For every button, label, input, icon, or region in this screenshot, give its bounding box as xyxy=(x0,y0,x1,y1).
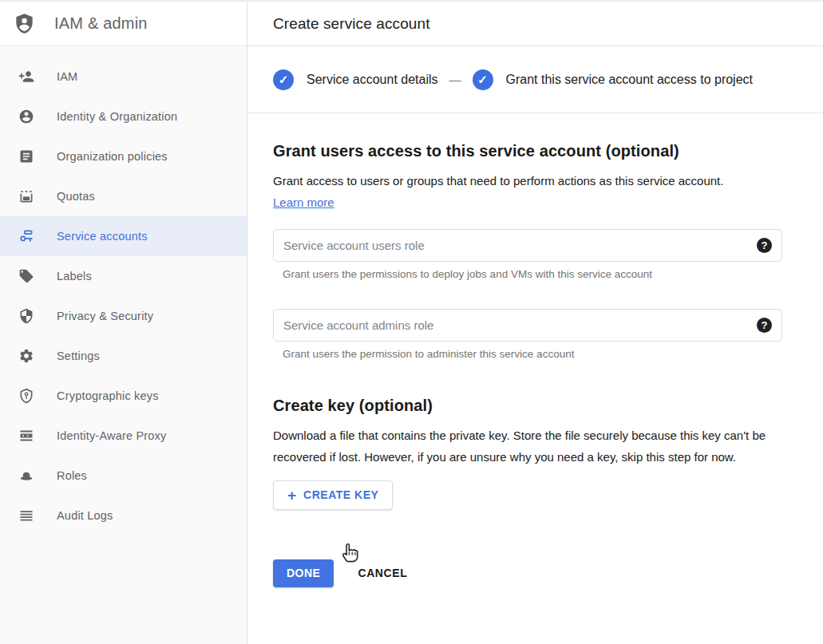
stepper: ✓ Service account details — ✓ Grant this… xyxy=(247,46,823,113)
admins-role-field-group: ? Grant users the permission to administ… xyxy=(273,309,797,360)
sidebar-item-label: Cryptographic keys xyxy=(57,389,159,402)
sidebar-item-label: Quotas xyxy=(57,190,95,203)
create-key-button[interactable]: + CREATE KEY xyxy=(273,480,393,510)
users-role-helper-text: Grant users the permissions to deploy jo… xyxy=(283,268,797,280)
label-tag-icon xyxy=(18,268,34,284)
create-key-heading: Create key (optional) xyxy=(273,397,797,415)
step-label: Service account details xyxy=(307,73,438,87)
hat-icon xyxy=(18,468,34,484)
admins-role-field: ? xyxy=(273,309,782,342)
grant-users-description: Grant access to users or groups that nee… xyxy=(273,171,776,192)
sidebar-item-iam[interactable]: IAM xyxy=(0,57,247,97)
sidebar-nav: IAM Identity & Organization Organization… xyxy=(0,46,247,535)
learn-more-link[interactable]: Learn more xyxy=(273,196,334,209)
sidebar-item-audit-logs[interactable]: Audit Logs xyxy=(0,496,247,535)
step-label: Grant this service account access to pro… xyxy=(506,73,753,87)
account-circle-icon xyxy=(18,109,34,124)
done-button[interactable]: DONE xyxy=(273,559,334,587)
sidebar-item-service-accounts[interactable]: Service accounts xyxy=(0,216,247,256)
content-area: Create service account ✓ Service account… xyxy=(247,2,823,644)
sidebar-item-label: Audit Logs xyxy=(57,509,113,522)
sidebar: IAM & admin IAM Identity & Organization xyxy=(0,2,247,644)
sidebar-item-organization-policies[interactable]: Organization policies xyxy=(0,136,247,176)
users-role-field: ? xyxy=(273,229,782,262)
service-account-admins-role-input[interactable] xyxy=(273,309,782,342)
create-key-description: Download a file that contains the privat… xyxy=(273,425,774,468)
sidebar-item-label: Privacy & Security xyxy=(57,310,153,322)
sidebar-item-privacy-security[interactable]: Privacy & Security xyxy=(0,296,247,336)
create-key-section: Create key (optional) Download a file th… xyxy=(273,397,797,510)
help-icon[interactable]: ? xyxy=(757,318,772,333)
sidebar-item-label: Identity & Organization xyxy=(57,110,177,123)
sidebar-item-identity-organization[interactable]: Identity & Organization xyxy=(0,97,247,136)
iam-shield-logo-icon xyxy=(14,12,36,36)
admins-role-helper-text: Grant users the permission to administer… xyxy=(283,348,797,360)
step-separator: — xyxy=(449,73,461,86)
step-check-icon: ✓ xyxy=(473,69,493,90)
sidebar-item-roles[interactable]: Roles xyxy=(0,456,247,496)
sidebar-item-label: Identity-Aware Proxy xyxy=(57,429,167,442)
page-title: Create service account xyxy=(273,15,430,33)
service-account-users-role-input[interactable] xyxy=(273,229,782,262)
plus-icon: + xyxy=(287,488,296,503)
sidebar-item-label: Service accounts xyxy=(57,230,148,243)
main-panel: Grant users access to this service accou… xyxy=(247,113,823,587)
iam-admin-page: IAM & admin IAM Identity & Organization xyxy=(0,0,823,644)
step-grant-access[interactable]: ✓ Grant this service account access to p… xyxy=(473,69,753,90)
grant-users-heading: Grant users access to this service accou… xyxy=(273,142,797,160)
sidebar-item-label: IAM xyxy=(57,70,77,83)
form-actions: DONE CANCEL xyxy=(273,559,797,587)
sidebar-item-cryptographic-keys[interactable]: Cryptographic keys xyxy=(0,376,247,416)
step-service-account-details[interactable]: ✓ Service account details xyxy=(273,69,438,90)
service-account-key-icon xyxy=(18,228,34,244)
sidebar-item-labels[interactable]: Labels xyxy=(0,256,247,296)
content-header: Create service account xyxy=(247,2,823,46)
sidebar-item-quotas[interactable]: Quotas xyxy=(0,176,247,216)
sidebar-item-label: Labels xyxy=(57,270,92,282)
sidebar-title: IAM & admin xyxy=(54,14,148,33)
person-add-icon xyxy=(18,69,34,85)
users-role-field-group: ? Grant users the permissions to deploy … xyxy=(273,229,797,280)
shield-half-icon xyxy=(18,308,34,324)
help-icon[interactable]: ? xyxy=(757,238,772,253)
shield-key-icon xyxy=(18,388,34,404)
step-check-icon: ✓ xyxy=(273,69,294,90)
cancel-button[interactable]: CANCEL xyxy=(358,567,407,579)
sidebar-header: IAM & admin xyxy=(0,2,247,46)
quotas-square-icon xyxy=(18,188,34,204)
sidebar-item-identity-aware-proxy[interactable]: Identity-Aware Proxy xyxy=(0,416,247,456)
sidebar-item-label: Settings xyxy=(57,350,100,362)
list-lines-icon xyxy=(18,508,34,523)
proxy-bands-icon xyxy=(18,428,34,444)
sidebar-item-settings[interactable]: Settings xyxy=(0,336,247,376)
sidebar-item-label: Organization policies xyxy=(57,150,168,163)
create-key-button-label: CREATE KEY xyxy=(303,488,378,501)
gear-icon xyxy=(18,348,34,364)
document-lines-icon xyxy=(18,148,34,164)
sidebar-item-label: Roles xyxy=(57,469,87,482)
